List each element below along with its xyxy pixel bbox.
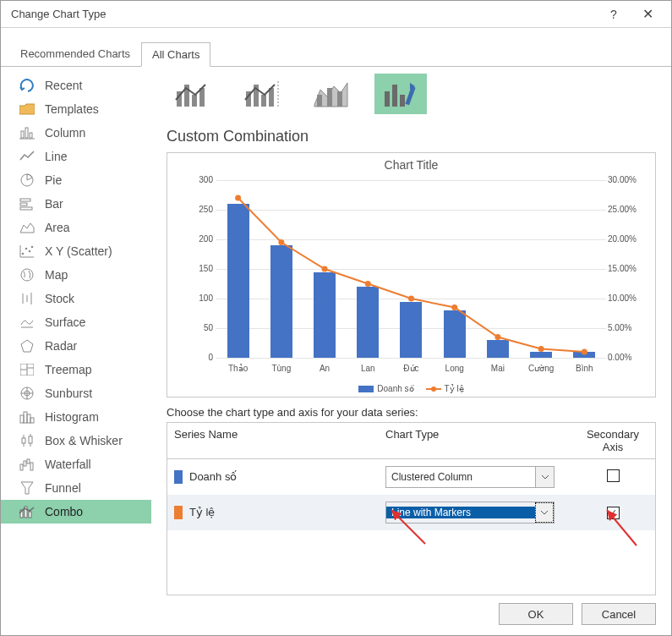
chart-type-dropdown-2[interactable]: Line with Markers	[385, 502, 555, 524]
svg-rect-56	[385, 91, 390, 107]
tab-all-charts[interactable]: All Charts	[141, 42, 210, 67]
svg-rect-5	[20, 199, 30, 201]
svg-point-62	[322, 266, 328, 272]
svg-rect-0	[21, 131, 24, 138]
sidebar-item-pie[interactable]: Pie	[1, 168, 151, 192]
svg-rect-27	[20, 415, 24, 423]
series-row-2[interactable]: Tỷ lệ Line with Markers ✓	[167, 495, 655, 530]
svg-rect-2	[30, 133, 32, 138]
svg-point-67	[538, 346, 544, 352]
svg-point-10	[29, 250, 31, 253]
sunburst-icon	[18, 386, 36, 401]
sidebar-item-stock[interactable]: Stock	[1, 287, 151, 310]
tab-recommended[interactable]: Recommended Charts	[9, 41, 141, 66]
th-chart-type: Chart Type	[379, 423, 571, 458]
sidebar-item-area[interactable]: Area	[1, 216, 151, 239]
label: Column	[45, 126, 85, 140]
combo-icon	[18, 504, 36, 519]
svg-rect-43	[29, 512, 31, 518]
svg-rect-46	[192, 95, 197, 107]
chart-type-dropdown-1[interactable]: Clustered Column	[385, 466, 555, 488]
map-icon	[18, 267, 36, 282]
sidebar-item-surface[interactable]: Surface	[1, 310, 151, 334]
sidebar-item-map[interactable]: Map	[1, 263, 151, 287]
svg-rect-37	[20, 464, 23, 470]
sidebar-item-line[interactable]: Line	[1, 145, 151, 168]
svg-rect-31	[22, 438, 25, 443]
series-table: Series Name Chart Type Secondary Axis Do…	[167, 422, 656, 595]
svg-rect-28	[24, 412, 27, 423]
svg-rect-7	[20, 207, 32, 210]
sidebar-item-radar[interactable]: Radar	[1, 334, 151, 358]
sidebar-item-scatter[interactable]: X Y (Scatter)	[1, 239, 151, 263]
window-title: Change Chart Type	[11, 8, 597, 20]
subtype-4-custom[interactable]	[374, 74, 427, 114]
svg-rect-58	[400, 95, 405, 107]
sidebar-item-waterfall[interactable]: Waterfall	[1, 452, 151, 476]
svg-marker-18	[21, 340, 33, 352]
subtype-2[interactable]	[236, 74, 288, 114]
surface-icon	[18, 315, 36, 330]
svg-point-9	[25, 248, 28, 250]
label: Funnel	[45, 481, 81, 495]
sidebar-item-column[interactable]: Column	[1, 121, 151, 145]
subtype-heading: Custom Combination	[167, 128, 656, 145]
help-button[interactable]: ?	[597, 1, 631, 28]
label: Radar	[45, 339, 77, 353]
titlebar: Change Chart Type ? ✕	[1, 1, 671, 28]
svg-point-64	[408, 296, 414, 302]
svg-rect-39	[27, 459, 30, 463]
label: Box & Whisker	[45, 434, 123, 447]
svg-rect-1	[25, 128, 28, 138]
sidebar-item-recent[interactable]: Recent	[1, 74, 151, 97]
svg-rect-54	[327, 88, 332, 107]
secondary-axis-checkbox-2[interactable]: ✓	[607, 507, 620, 519]
ok-button[interactable]: OK	[499, 603, 573, 625]
treemap-icon	[18, 362, 36, 377]
cancel-button[interactable]: Cancel	[582, 603, 656, 625]
label: Sunburst	[45, 387, 92, 400]
sidebar-item-treemap[interactable]: Treemap	[1, 358, 151, 381]
choose-label: Choose the chart type and axis for your …	[167, 406, 656, 419]
label: Pie	[45, 173, 62, 187]
label: Waterfall	[45, 458, 91, 471]
label: Bar	[45, 197, 63, 211]
th-series-name: Series Name	[167, 423, 379, 458]
subtype-3[interactable]	[305, 74, 358, 114]
sidebar-item-combo[interactable]: Combo	[1, 500, 151, 524]
svg-rect-38	[24, 461, 26, 466]
sidebar-item-histogram[interactable]: Histogram	[1, 405, 151, 429]
sidebar-item-boxwhisker[interactable]: Box & Whisker	[1, 429, 151, 452]
sidebar-item-bar[interactable]: Bar	[1, 192, 151, 216]
svg-point-66	[494, 334, 500, 340]
recent-icon	[18, 78, 36, 93]
column-icon	[18, 125, 36, 140]
label: Area	[45, 221, 70, 234]
chart-type-sidebar: Recent Templates Column Line Pie Bar Are…	[1, 67, 151, 604]
label: Templates	[45, 102, 99, 116]
combo-subtypes	[167, 74, 656, 114]
label: Map	[45, 268, 68, 282]
svg-point-68	[582, 349, 587, 355]
stock-icon	[18, 291, 36, 306]
close-button[interactable]: ✕	[631, 1, 664, 28]
label: Combo	[45, 505, 83, 518]
svg-point-8	[22, 253, 25, 255]
svg-rect-50	[261, 95, 266, 107]
sidebar-item-templates[interactable]: Templates	[1, 97, 151, 121]
sidebar-item-funnel[interactable]: Funnel	[1, 476, 151, 500]
subtype-1[interactable]	[167, 74, 219, 114]
series-swatch	[174, 470, 183, 484]
svg-point-63	[365, 281, 371, 287]
secondary-axis-checkbox-1[interactable]	[607, 469, 620, 482]
svg-point-60	[235, 195, 241, 201]
folder-icon	[18, 101, 36, 117]
histogram-icon	[18, 409, 36, 425]
chart-title: Chart Title	[167, 158, 655, 172]
svg-rect-30	[30, 418, 34, 423]
dialog-footer: OK Cancel	[499, 603, 656, 625]
sidebar-item-sunburst[interactable]: Sunburst	[1, 381, 151, 405]
series-row-1[interactable]: Doanh số Clustered Column	[167, 459, 655, 495]
svg-rect-34	[29, 436, 32, 443]
series-swatch	[174, 506, 183, 519]
